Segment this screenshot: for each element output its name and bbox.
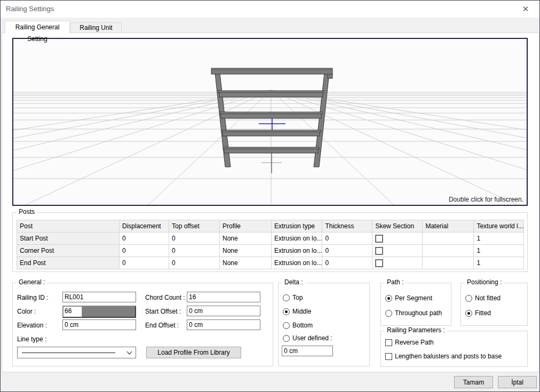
railing-id-label: Railing ID : (17, 294, 49, 301)
cell-displacement[interactable]: 0 (120, 257, 169, 269)
cell-displacement[interactable]: 0 (120, 233, 169, 245)
col-extrusion-type: Extrusion type (272, 220, 322, 233)
cell-profile[interactable]: None (220, 245, 272, 257)
end-offset-field[interactable] (187, 319, 260, 330)
radio-icon (283, 335, 290, 342)
table-row-end-post: End Post 0 0 None Extrusion on lo... 0 1 (17, 257, 524, 269)
railing-model (211, 68, 332, 167)
tab-railing-general-setting[interactable]: Railing General Setting (5, 21, 70, 33)
cell-material[interactable] (423, 233, 474, 245)
cell-displacement[interactable]: 0 (120, 245, 169, 257)
cell-post-name: Corner Post (17, 245, 120, 257)
col-material: Material (423, 220, 474, 233)
col-top-offset: Top offset (169, 220, 220, 233)
cell-extrusion-type[interactable]: Extrusion on lo... (272, 245, 322, 257)
path-option-per-segment[interactable]: Per Segment (385, 294, 432, 302)
positioning-group: Positioning : Not fitted Fitted (460, 283, 528, 326)
color-number: 66 (63, 307, 82, 317)
table-row-corner-post: Corner Post 0 0 None Extrusion on lo... … (17, 245, 524, 257)
cell-material[interactable] (423, 245, 474, 257)
solid-line-sample (22, 353, 115, 353)
general-group-label: General : (17, 278, 47, 286)
cell-texture-world-length[interactable]: 1 (474, 233, 523, 245)
close-icon[interactable]: ✕ (517, 1, 534, 18)
railing-parameters-group: Railing Parameters : Reverse Path Length… (380, 331, 528, 367)
cell-thickness[interactable]: 0 (322, 257, 372, 269)
cell-profile[interactable]: None (220, 233, 272, 245)
skew-section-checkbox[interactable] (375, 235, 383, 243)
line-type-label: Line type : (17, 335, 46, 343)
railing-id-field[interactable] (62, 292, 136, 302)
cell-thickness[interactable]: 0 (322, 245, 372, 257)
col-texture-world-length: Texture world l... (474, 220, 523, 233)
col-post: Post (17, 220, 120, 233)
option-label: Throughout path (395, 309, 442, 317)
cell-extrusion-type[interactable]: Extrusion on lo... (272, 257, 322, 269)
cell-extrusion-type[interactable]: Extrusion on lo... (272, 233, 322, 245)
cell-profile[interactable]: None (220, 257, 272, 269)
delta-group-label: Delta : (282, 278, 305, 286)
tab-railing-unit-setting[interactable]: Railing Unit Setting (70, 22, 122, 33)
elevation-label: Elevation : (17, 322, 47, 329)
path-option-throughout-path[interactable]: Throughout path (385, 309, 442, 317)
cell-top-offset[interactable]: 0 (169, 245, 220, 257)
load-profile-from-library-button[interactable]: Load Profile From Library (146, 347, 241, 358)
positioning-option-not-fitted[interactable]: Not fitted (465, 294, 501, 302)
option-label: Top (292, 294, 303, 301)
option-label: Reverse Path (395, 339, 434, 346)
col-skew-section: Skew Section (372, 220, 423, 233)
cell-material[interactable] (423, 257, 474, 269)
delta-option-middle[interactable]: Middle (283, 308, 311, 315)
delta-user-defined-field[interactable] (282, 346, 333, 356)
col-displacement: Displacement (120, 220, 169, 233)
title-bar: Railing Settings ✕ (1, 1, 539, 18)
table-row-start-post: Start Post 0 0 None Extrusion on lo... 0… (17, 233, 524, 245)
delta-group: Delta : Top Middle Bottom User defined : (278, 283, 370, 366)
posts-table: Post Displacement Top offset Profile Ext… (17, 220, 524, 269)
railing-parameters-group-label: Railing Parameters : (385, 326, 447, 334)
skew-section-checkbox[interactable] (375, 259, 383, 267)
start-offset-field[interactable] (187, 306, 260, 316)
railing-3d-preview[interactable]: Double click for fullscreen. (12, 38, 528, 206)
option-label: Middle (292, 308, 311, 315)
checkbox-icon (385, 339, 392, 346)
railing-3d-scene (13, 39, 527, 205)
cancel-button[interactable]: İptal (498, 376, 537, 388)
reverse-path-checkbox[interactable]: Reverse Path (385, 339, 434, 346)
option-label: User defined : (292, 334, 332, 342)
cell-top-offset[interactable]: 0 (169, 233, 220, 245)
positioning-group-label: Positioning : (465, 278, 504, 286)
start-offset-label: Start Offset : (145, 308, 181, 315)
radio-icon (385, 310, 392, 317)
path-group: Path : Per Segment Throughout path (380, 283, 451, 326)
cell-texture-world-length[interactable]: 1 (474, 245, 523, 257)
chord-count-label: Chord Count : (145, 294, 185, 301)
option-label: Lengthen balusters and posts to base (395, 353, 502, 360)
option-label: Bottom (292, 322, 313, 329)
option-label: Per Segment (395, 294, 432, 302)
delta-option-bottom[interactable]: Bottom (283, 322, 313, 329)
cell-post-name: Start Post (17, 233, 120, 245)
color-picker[interactable]: 66 (62, 306, 136, 318)
radio-selected-icon (385, 295, 392, 302)
delta-option-top[interactable]: Top (283, 294, 303, 301)
skew-section-checkbox[interactable] (375, 247, 383, 255)
color-swatch (82, 307, 135, 317)
delta-option-user-defined[interactable]: User defined : (283, 334, 332, 342)
cell-texture-world-length[interactable]: 1 (474, 257, 523, 269)
ok-button[interactable]: Tamam (454, 376, 493, 388)
line-type-dropdown[interactable] (17, 347, 136, 358)
end-offset-label: End Offset : (145, 322, 179, 329)
color-label: Color : (17, 308, 36, 315)
path-group-label: Path : (385, 278, 406, 286)
elevation-field[interactable] (62, 319, 136, 330)
origin-crosshair-icon (259, 112, 285, 173)
positioning-option-fitted[interactable]: Fitted (465, 309, 491, 317)
posts-group-label: Posts (17, 208, 37, 215)
chord-count-field[interactable] (187, 292, 260, 302)
lengthen-balusters-checkbox[interactable]: Lengthen balusters and posts to base (385, 353, 502, 360)
option-label: Not fitted (475, 294, 501, 302)
cell-thickness[interactable]: 0 (322, 233, 372, 245)
cell-top-offset[interactable]: 0 (169, 257, 220, 269)
cell-post-name: End Post (17, 257, 120, 269)
